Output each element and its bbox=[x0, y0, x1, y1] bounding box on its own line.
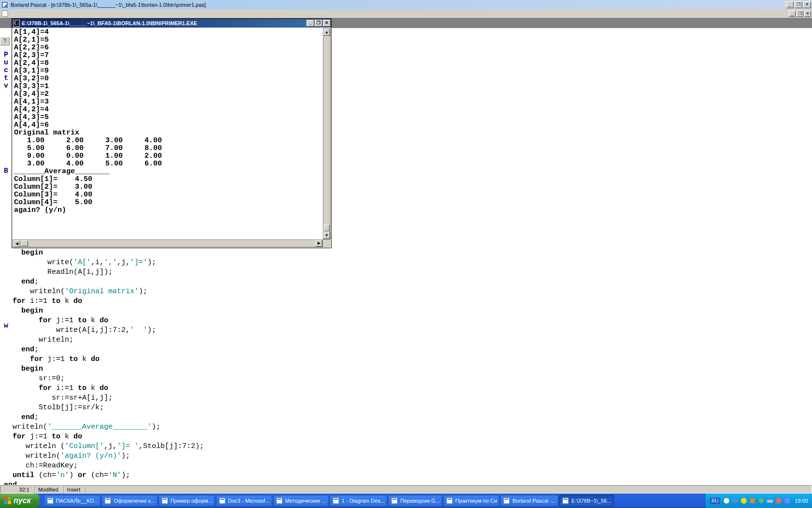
code-line: write(A[i,j]:7:2,' '); bbox=[4, 326, 810, 335]
code-line: Readln(A[i,j]); bbox=[4, 268, 810, 277]
svg-rect-16 bbox=[219, 498, 225, 504]
start-button[interactable]: пуск bbox=[0, 493, 40, 508]
system-tray: RU 19:00 bbox=[706, 493, 812, 508]
status-bar: 32:1 Modified Insert bbox=[0, 485, 812, 493]
console-scrollbar-horizontal[interactable]: ◀ ▶ bbox=[13, 239, 323, 247]
console-output[interactable]: A[1,4]=4 A[2,1]=5 A[2,2]=6 A[2,3]=7 A[2,… bbox=[12, 28, 331, 248]
code-line: Stolb[j]:=sr/k; bbox=[4, 403, 810, 413]
console-titlebar[interactable]: C: E:\378B-1\_565A-1\______~1\_BFA5-1\BO… bbox=[12, 19, 331, 28]
app-icon bbox=[1, 1, 9, 9]
main-maximize-button[interactable]: ❐ bbox=[795, 1, 802, 8]
mdi-minimize-button[interactable]: _ bbox=[789, 11, 796, 17]
code-line: for i:=1 to k do bbox=[4, 384, 810, 393]
taskbar-item[interactable]: Оформление к... bbox=[102, 495, 157, 507]
scroll-thumb-h[interactable] bbox=[21, 240, 28, 246]
taskbar-item-icon bbox=[391, 497, 398, 505]
code-editor[interactable]: begin write('A[',i,',',j,']='); Readln(A… bbox=[4, 248, 810, 490]
taskbar-item-icon bbox=[562, 497, 569, 505]
code-line: ch:=ReadKey; bbox=[4, 461, 810, 471]
svg-rect-22 bbox=[392, 498, 397, 504]
scroll-up-button[interactable]: ▲ bbox=[323, 29, 330, 36]
console-minimize-button[interactable]: _ bbox=[306, 20, 314, 27]
console-close-button[interactable]: ✕ bbox=[323, 20, 331, 27]
svg-point-32 bbox=[741, 498, 747, 504]
toolbar: _ ❐ ✕ bbox=[0, 9, 812, 18]
taskbar-item[interactable]: Пример оформ... bbox=[159, 495, 215, 507]
code-line: for j:=1 to k do bbox=[4, 432, 810, 442]
svg-rect-9 bbox=[8, 501, 11, 504]
start-label: пуск bbox=[14, 496, 31, 505]
taskbar-item[interactable]: ПАСКАЛЬ__КО... bbox=[44, 495, 101, 507]
scroll-right-button[interactable]: ▶ bbox=[315, 240, 322, 247]
console-resize-grip[interactable] bbox=[323, 239, 331, 247]
taskbar-item[interactable]: Doc3 - Microsof... bbox=[216, 495, 272, 507]
svg-rect-18 bbox=[276, 498, 282, 504]
taskbar: пуск ПАСКАЛЬ__КО...Оформление к...Пример… bbox=[0, 493, 812, 508]
console-title-text: E:\378B-1\_565A-1\______~1\_BFA5-1\BORLA… bbox=[22, 20, 306, 26]
taskbar-item-label: ПАСКАЛЬ__КО... bbox=[56, 498, 99, 504]
windows-flag-icon bbox=[4, 497, 12, 505]
mdi-maximize-button[interactable]: ❐ bbox=[797, 11, 803, 17]
tray-icon-1[interactable] bbox=[723, 497, 730, 505]
svg-rect-15 bbox=[163, 499, 167, 500]
svg-rect-31 bbox=[732, 499, 738, 503]
code-line: for j:=1 to k do bbox=[4, 316, 810, 326]
status-modified: Modified bbox=[34, 485, 63, 493]
tray-clock[interactable]: 19:00 bbox=[795, 498, 808, 504]
code-line: sr:=sr+A[i,j]; bbox=[4, 393, 810, 403]
scroll-thumb-v[interactable] bbox=[324, 224, 330, 231]
tray-icon-8[interactable] bbox=[783, 497, 791, 505]
code-line: end; bbox=[4, 277, 810, 287]
scroll-down-button[interactable]: ▼ bbox=[323, 232, 330, 239]
main-minimize-button[interactable]: _ bbox=[786, 1, 794, 8]
taskbar-item-label: Borland Pascal -... bbox=[512, 498, 556, 504]
code-line: begin bbox=[4, 364, 810, 374]
console-window: C: E:\378B-1\_565A-1\______~1\_BFA5-1\BO… bbox=[12, 18, 332, 248]
svg-rect-7 bbox=[8, 497, 11, 500]
main-close-button[interactable]: ✕ bbox=[803, 1, 811, 8]
tray-icon-2[interactable] bbox=[731, 497, 739, 505]
taskbar-item-label: 1 - Diagram Des... bbox=[342, 498, 385, 504]
taskbar-item-icon bbox=[104, 497, 112, 505]
mdi-close-button[interactable]: ✕ bbox=[804, 11, 811, 17]
svg-text:C:: C: bbox=[14, 21, 19, 26]
taskbar-item[interactable]: Методические ... bbox=[273, 495, 329, 507]
svg-rect-28 bbox=[563, 498, 568, 504]
console-maximize-button[interactable]: ❐ bbox=[315, 20, 322, 27]
svg-rect-10 bbox=[47, 498, 53, 504]
code-line: for j:=1 to k do bbox=[4, 355, 810, 364]
taskbar-item[interactable]: 1 - Diagram Des... bbox=[330, 495, 387, 507]
taskbar-item-icon bbox=[276, 497, 283, 505]
svg-rect-8 bbox=[4, 501, 7, 504]
taskbar-item-label: Doc3 - Microsof... bbox=[228, 498, 270, 504]
svg-rect-20 bbox=[333, 498, 339, 504]
taskbar-item-icon bbox=[161, 497, 169, 505]
tray-icon-7[interactable] bbox=[775, 497, 783, 505]
status-cursor-pos: 32:1 bbox=[0, 485, 34, 493]
code-line: writeln ('Column[',j,']= ',Stolb[j]:7:2)… bbox=[4, 442, 810, 451]
code-line: writeln('_______Average________'); bbox=[4, 422, 810, 432]
scroll-left-button[interactable]: ◀ bbox=[13, 240, 20, 247]
tray-icon-6[interactable] bbox=[766, 497, 774, 505]
console-scrollbar-vertical[interactable]: ▲ ▼ bbox=[323, 28, 331, 239]
code-line: write('A[',i,',',j,']='); bbox=[4, 258, 810, 268]
taskbar-item[interactable]: Практикум по Си bbox=[443, 495, 499, 507]
tray-icon-4[interactable] bbox=[749, 497, 756, 505]
svg-rect-35 bbox=[767, 500, 773, 503]
language-indicator[interactable]: RU bbox=[710, 497, 720, 505]
tray-icon-5[interactable] bbox=[757, 497, 765, 505]
taskbar-item[interactable]: E:\378B~1\_56... bbox=[559, 495, 613, 507]
code-line: begin bbox=[4, 306, 810, 316]
status-insert: Insert bbox=[63, 485, 85, 493]
taskbar-item[interactable]: Borland Pascal -... bbox=[500, 495, 558, 507]
code-line: writeln; bbox=[4, 335, 810, 345]
console-icon: C: bbox=[13, 20, 20, 27]
taskbar-item-label: Практикум по Си bbox=[455, 498, 497, 504]
taskbar-item-icon bbox=[46, 497, 54, 505]
tray-icon-3[interactable] bbox=[740, 497, 748, 505]
taskbar-item[interactable]: Переводчик G... bbox=[388, 495, 442, 507]
svg-rect-29 bbox=[564, 499, 567, 500]
toolbar-icon-1[interactable] bbox=[1, 10, 9, 17]
taskbar-item-icon bbox=[218, 497, 226, 505]
taskbar-item-label: Переводчик G... bbox=[400, 498, 440, 504]
